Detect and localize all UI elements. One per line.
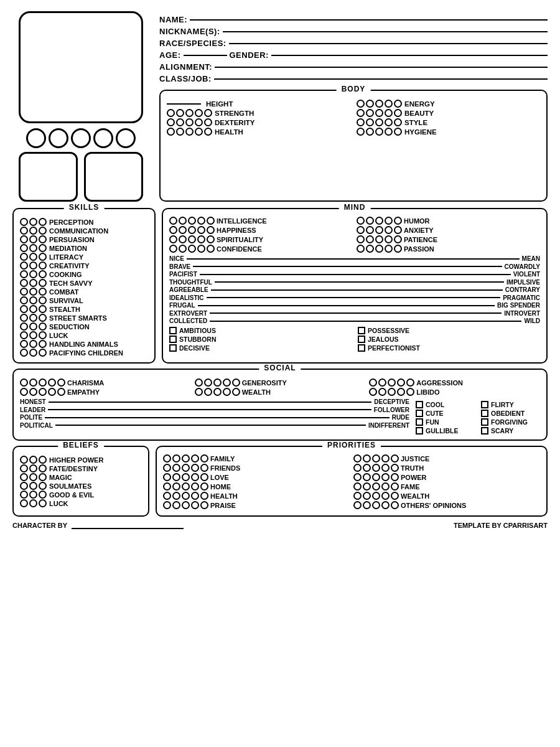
gender-underline[interactable] <box>271 55 548 56</box>
priority-family: Family <box>163 454 350 463</box>
mind-intelligence: Intelligence <box>169 217 353 225</box>
portrait-box <box>19 11 143 123</box>
social-charisma: Charisma <box>20 378 191 387</box>
race-underline[interactable] <box>229 43 548 44</box>
social-empathy: Empathy <box>20 388 191 396</box>
skill-tech-savvy: Tech Savvy <box>20 279 148 287</box>
cb-cute: Cute <box>416 410 475 417</box>
mind-section: Mind Intelligence Humor Happiness Anxiet… <box>162 208 548 364</box>
small-box-right <box>84 152 143 202</box>
cb-obedient: Obedient <box>481 410 540 417</box>
circle-2 <box>49 128 68 148</box>
social-checkboxes: Cool Flirty Cute Obedient Fun Forgiving … <box>416 401 540 435</box>
cb-jealous: Jealous <box>358 336 540 343</box>
mind-anxiety: Anxiety <box>357 226 540 234</box>
age-underline[interactable] <box>184 55 227 56</box>
small-box-left <box>19 152 78 202</box>
classjob-underline[interactable] <box>214 78 548 80</box>
mind-happiness: Happiness <box>169 226 353 234</box>
beauty-circles <box>357 109 402 117</box>
nickname-underline[interactable] <box>223 31 548 32</box>
skill-mediation: Mediation <box>20 244 148 252</box>
slider-brave-cowardly: BraveCowardly <box>169 263 540 270</box>
social-generosity: Generosity <box>195 378 366 387</box>
priority-others-opinions: Others' Opinions <box>353 501 540 509</box>
circle-1 <box>26 128 46 148</box>
beauty-item: Beauty <box>357 109 540 117</box>
character-by-underline[interactable] <box>72 528 184 529</box>
mind-checkboxes: Ambitious Possessive Stubborn Jealous De… <box>169 327 540 352</box>
circles-row <box>26 128 136 148</box>
priority-truth: Truth <box>353 464 540 472</box>
cb-stubborn: Stubborn <box>169 336 352 343</box>
age-gender-row: Age: Gender: <box>159 50 548 60</box>
social-lower: HonestDeceptive LeaderFollower PoliteRud… <box>20 398 540 435</box>
height-underline[interactable] <box>167 103 201 105</box>
mind-humor: Humor <box>357 217 540 225</box>
beliefs-priorities-row: Beliefs Higher Power Fate/Destiny Magic … <box>12 446 548 517</box>
skill-creativity: Creativity <box>20 261 148 270</box>
nickname-field: Nickname(s): <box>159 27 548 36</box>
priority-wealth: Wealth <box>353 492 540 500</box>
belief-fate-destiny: Fate/Destiny <box>20 464 142 472</box>
bottom-boxes <box>19 152 143 202</box>
name-underline[interactable] <box>190 19 548 21</box>
body-section: Body Height Energy <box>159 90 548 202</box>
energy-circles <box>357 100 402 108</box>
cb-flirty: Flirty <box>481 401 540 408</box>
mind-confidence: Confidence <box>169 245 353 253</box>
priority-praise: Praise <box>163 501 350 509</box>
belief-soulmates: Soulmates <box>20 482 142 490</box>
social-sliders-col: HonestDeceptive LeaderFollower PoliteRud… <box>20 398 409 435</box>
health-circles <box>167 128 212 136</box>
mind-spirituality: Spirituality <box>169 235 353 243</box>
priorities-left: Family Friends Love Home <box>163 454 350 510</box>
skill-literacy: Literacy <box>20 253 148 261</box>
belief-luck: Luck <box>20 499 142 507</box>
social-wealth: Wealth <box>195 388 366 396</box>
skills-section: Skills Perception Communication Persuasi… <box>12 208 156 364</box>
template-by-label: Template by CParrisArt <box>454 522 548 529</box>
right-column: Name: Nickname(s): Race/Species: Age: Ge… <box>159 11 548 202</box>
dexterity-circles <box>167 118 212 126</box>
cb-decisive: Decisive <box>169 344 352 352</box>
slider-idealistic-pragmatic: IdealisticPragmatic <box>169 294 540 301</box>
slider-honest-deceptive: HonestDeceptive <box>20 398 409 405</box>
energy-item: Energy <box>357 100 540 108</box>
hygiene-circles <box>357 128 402 136</box>
social-stats: Charisma Generosity Aggression Empathy W… <box>20 378 540 396</box>
skill-persuasion: Persuasion <box>20 235 148 243</box>
belief-magic: Magic <box>20 473 142 481</box>
style-circles <box>357 118 402 126</box>
skill-luck: Luck <box>20 331 148 339</box>
skill-survival: Survival <box>20 296 148 304</box>
slider-nice-mean: NiceMean <box>169 255 540 262</box>
priority-fame: Fame <box>353 482 540 491</box>
alignment-field: Alignment: <box>159 62 548 72</box>
skill-street-smarts: Street Smarts <box>20 314 148 322</box>
top-section: Name: Nickname(s): Race/Species: Age: Ge… <box>12 11 548 202</box>
cb-fun: Fun <box>416 418 475 426</box>
priority-power: Power <box>353 473 540 481</box>
cb-cool: Cool <box>416 401 475 408</box>
style-item: Style <box>357 118 540 126</box>
strength-circles <box>167 109 212 117</box>
priority-justice: Justice <box>353 454 540 463</box>
priorities-right: Justice Truth Power Fame <box>353 454 540 510</box>
beliefs-section: Beliefs Higher Power Fate/Destiny Magic … <box>12 446 149 517</box>
skills-list: Perception Communication Persuasion Medi… <box>20 218 148 357</box>
character-by-label: Character By <box>12 522 184 529</box>
hygiene-item: Hygiene <box>357 128 540 136</box>
belief-higher-power: Higher Power <box>20 456 142 464</box>
left-column <box>12 11 149 202</box>
priorities-section: Priorities Family Friends Love <box>156 446 548 517</box>
mind-stats: Intelligence Humor Happiness Anxiety Spi… <box>169 217 540 253</box>
classjob-field: Class/Job: <box>159 74 548 83</box>
skills-mind-row: Skills Perception Communication Persuasi… <box>12 208 548 364</box>
health-item: Health <box>167 128 350 136</box>
alignment-underline[interactable] <box>215 67 548 68</box>
skill-perception: Perception <box>20 218 148 226</box>
circle-5 <box>116 128 136 148</box>
strength-item: Strength <box>167 109 350 117</box>
height-row: Height <box>167 100 350 108</box>
